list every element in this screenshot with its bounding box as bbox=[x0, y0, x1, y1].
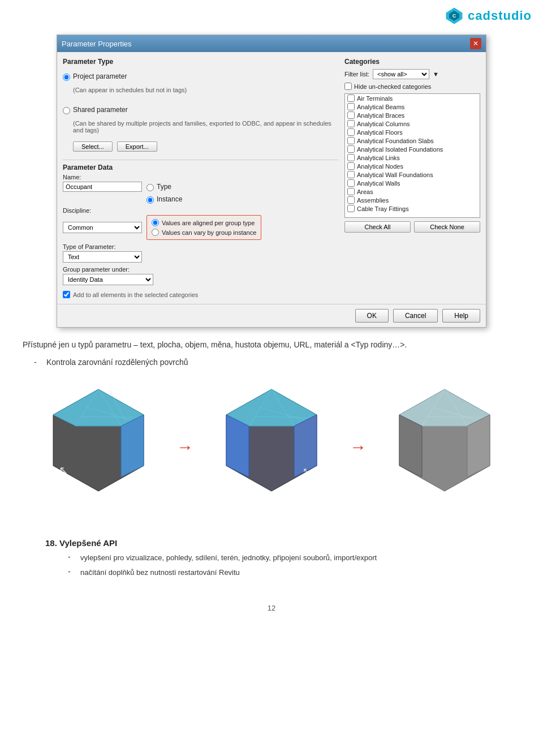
section-18: 18. Vylepšené API - vylepšení pro vizual… bbox=[23, 527, 520, 592]
group-radio-box: Values are aligned per group type Values… bbox=[146, 215, 261, 240]
list-item[interactable]: Analytical Nodes bbox=[345, 162, 480, 170]
left-panel: Parameter Type Project parameter (Can ap… bbox=[63, 58, 339, 298]
project-parameter-radio[interactable] bbox=[63, 74, 70, 81]
values-vary-label: Values can vary by group instance bbox=[162, 229, 256, 236]
export-button[interactable]: Export... bbox=[117, 141, 157, 152]
list-item[interactable]: Air Terminals bbox=[345, 94, 480, 102]
svg-marker-29 bbox=[399, 415, 422, 477]
dialog-title-bar: Parameter Properties ✕ bbox=[57, 35, 486, 52]
group-param-label: Group parameter under: bbox=[63, 266, 339, 273]
filter-dropdown-icon[interactable]: ▼ bbox=[433, 71, 439, 78]
shared-parameter-radio[interactable] bbox=[63, 107, 70, 114]
list-item[interactable]: Analytical Foundation Slabs bbox=[345, 136, 480, 145]
cadstudio-logo-icon: C bbox=[444, 6, 464, 26]
svg-marker-13 bbox=[226, 389, 317, 426]
check-none-button[interactable]: Check None bbox=[414, 221, 480, 233]
section-bullet-text-1: vylepšení pro vizualizace, pohledy, sdíl… bbox=[80, 552, 377, 564]
add-to-elements-checkbox[interactable] bbox=[63, 291, 70, 298]
hide-unchecked-checkbox[interactable] bbox=[344, 83, 352, 90]
svg-text:↖: ↖ bbox=[59, 464, 68, 476]
group-param-select[interactable]: Identity Data bbox=[63, 274, 153, 285]
svg-text:C: C bbox=[453, 13, 456, 19]
select-export-row: Select... Export... bbox=[73, 141, 339, 152]
name-label: Name: bbox=[63, 174, 339, 181]
list-item[interactable]: Cable Tray Fittings bbox=[345, 204, 480, 213]
arrow-2: → bbox=[350, 437, 367, 457]
hide-unchecked-label: Hide un-checked categories bbox=[354, 83, 431, 90]
page-number: 12 bbox=[0, 592, 543, 624]
svg-marker-4 bbox=[53, 389, 144, 426]
list-item[interactable]: Analytical Floors bbox=[345, 128, 480, 136]
bullet-dash-2: - bbox=[68, 567, 75, 578]
instance-radio-label: Instance bbox=[157, 195, 182, 203]
main-content: Přístupné jen u typů parametru – text, p… bbox=[0, 339, 543, 592]
section-subtitle: Kontrola zarovnání rozdělených povrchů bbox=[46, 358, 188, 367]
filter-select[interactable]: <show all> bbox=[373, 69, 429, 79]
project-parameter-option[interactable]: Project parameter bbox=[63, 72, 339, 81]
type-radio[interactable] bbox=[146, 184, 154, 191]
group-param-row: Identity Data bbox=[63, 274, 339, 285]
ok-button[interactable]: OK bbox=[355, 309, 389, 323]
bullet-dash-1: - bbox=[68, 552, 75, 564]
shared-parameter-sub: (Can be shared by multiple projects and … bbox=[73, 120, 339, 134]
logo-area: C cadstudio bbox=[444, 6, 532, 26]
logo-text: cadstudio bbox=[468, 8, 532, 23]
values-vary-radio[interactable] bbox=[152, 229, 159, 236]
instance-radio[interactable] bbox=[146, 196, 154, 204]
filter-label: Filter list: bbox=[344, 71, 369, 78]
help-button[interactable]: Help bbox=[442, 309, 480, 323]
type-radio-label: Type bbox=[157, 183, 171, 191]
list-item[interactable]: Analytical Braces bbox=[345, 111, 480, 119]
section-18-heading: 18. Vylepšené API bbox=[45, 538, 498, 548]
instance-radio-option[interactable]: Instance bbox=[146, 195, 182, 204]
filter-row: Filter list: <show all> ▼ bbox=[344, 69, 480, 79]
discipline-label: Discipline: bbox=[63, 207, 339, 214]
dialog-footer: OK Cancel Help bbox=[57, 304, 486, 327]
list-item[interactable]: Analytical Columns bbox=[345, 119, 480, 128]
dialog-title: Parameter Properties bbox=[62, 40, 132, 48]
categories-title: Categories bbox=[344, 58, 480, 66]
cancel-button[interactable]: Cancel bbox=[393, 309, 438, 323]
list-item[interactable]: Assemblies bbox=[345, 196, 480, 204]
name-input[interactable] bbox=[63, 182, 142, 192]
discipline-groupradio-row: Common Values are aligned per group type… bbox=[63, 215, 339, 240]
shapes-section: ↖ → ↖ → → bbox=[23, 372, 520, 527]
add-to-elements-label: Add to all elements in the selected cate… bbox=[73, 291, 198, 298]
list-item[interactable]: Analytical Wall Foundations bbox=[345, 170, 480, 179]
shared-parameter-option[interactable]: Shared parameter bbox=[63, 106, 339, 114]
list-item[interactable]: Analytical Isolated Foundations bbox=[345, 145, 480, 153]
list-item[interactable]: Analytical Beams bbox=[345, 102, 480, 111]
add-to-elements-checkbox-label[interactable]: Add to all elements in the selected cate… bbox=[63, 291, 339, 298]
values-vary-option[interactable]: Values can vary by group instance bbox=[152, 229, 256, 236]
type-of-param-select[interactable]: Text bbox=[63, 251, 142, 263]
discipline-instance-row: Instance bbox=[63, 195, 339, 204]
parameter-properties-dialog: Parameter Properties ✕ Parameter Type Pr… bbox=[57, 35, 486, 328]
check-all-button[interactable]: Check All bbox=[344, 221, 411, 233]
svg-text:→: → bbox=[310, 474, 316, 481]
parameter-data-label: Parameter Data bbox=[63, 164, 339, 171]
type-radio-option[interactable]: Type bbox=[146, 183, 171, 191]
svg-marker-19 bbox=[226, 415, 249, 477]
screenshot-container: Parameter Properties ✕ Parameter Type Pr… bbox=[0, 29, 543, 339]
hex-shape-3 bbox=[388, 384, 501, 508]
values-aligned-radio[interactable] bbox=[152, 219, 159, 226]
check-buttons-row: Check All Check None bbox=[344, 221, 480, 233]
section-bullet-text-2: načítání doplňků bez nutnosti restartová… bbox=[80, 567, 240, 578]
section-bullet-2: - načítání doplňků bez nutnosti restarto… bbox=[57, 567, 498, 578]
dialog-body: Parameter Type Project parameter (Can ap… bbox=[57, 52, 486, 304]
shape-3 bbox=[388, 384, 501, 510]
shape-1: ↖ bbox=[42, 384, 155, 510]
values-aligned-option[interactable]: Values are aligned per group type bbox=[152, 219, 256, 226]
list-item[interactable]: Areas bbox=[345, 187, 480, 196]
list-item[interactable]: Analytical Walls bbox=[345, 179, 480, 187]
categories-list[interactable]: Air Terminals Analytical Beams Analytica… bbox=[344, 93, 480, 218]
list-item[interactable]: Analytical Links bbox=[345, 153, 480, 162]
select-button[interactable]: Select... bbox=[73, 141, 113, 152]
hide-unchecked-row[interactable]: Hide un-checked categories bbox=[344, 83, 480, 90]
svg-text:↖: ↖ bbox=[303, 466, 310, 476]
type-of-param-label: Type of Parameter: bbox=[63, 243, 339, 250]
type-of-param-row: Text bbox=[63, 251, 339, 263]
discipline-select[interactable]: Common bbox=[63, 222, 142, 233]
dialog-close-button[interactable]: ✕ bbox=[470, 38, 481, 49]
parameter-type-label: Parameter Type bbox=[63, 58, 339, 66]
